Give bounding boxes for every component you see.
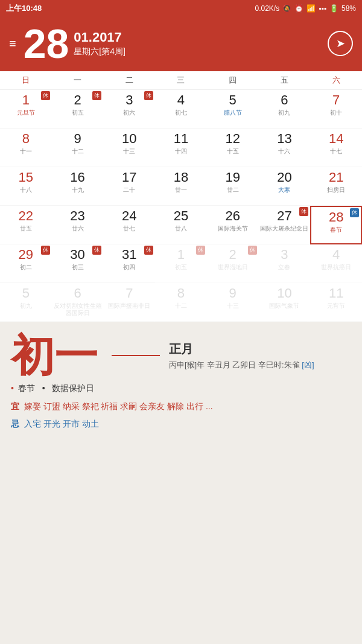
day-number: 11 — [311, 285, 361, 301]
holiday-badge: 休 — [248, 246, 257, 255]
day-cell[interactable]: 13十六 — [259, 129, 311, 167]
day-cell[interactable]: 12十五 — [207, 129, 259, 167]
lunar-label: 反对切割女性生殖器国际日 — [53, 302, 103, 317]
day-number: 20 — [260, 170, 310, 185]
lunar-label: 初十 — [311, 109, 361, 116]
holiday-badge: 休 — [144, 246, 153, 255]
day-cell[interactable]: 11十四 — [155, 129, 207, 167]
day-cell[interactable]: 休28春节 — [310, 206, 362, 244]
day-cell[interactable]: 11元宵节 — [310, 283, 362, 322]
lunar-label: 十八 — [1, 187, 51, 194]
lunar-label: 初二 — [1, 264, 51, 271]
lunar-label: 国际气象节 — [260, 302, 310, 310]
lunar-label: 十二 — [156, 302, 206, 310]
day-number: 25 — [156, 208, 206, 224]
xiong-link[interactable]: [凶] — [302, 360, 314, 369]
lunar-label: 十五 — [208, 148, 258, 155]
day-cell[interactable]: 4世界抗癌日 — [310, 244, 362, 283]
battery-percent: 58% — [341, 4, 356, 13]
lunar-label: 大寒 — [260, 187, 310, 194]
day-cell[interactable]: 4初七 — [155, 90, 207, 129]
day-cell[interactable]: 25廿八 — [155, 206, 207, 244]
day-cell[interactable]: 14十七 — [310, 129, 362, 167]
weekday-thu: 四 — [207, 71, 259, 89]
menu-icon[interactable]: ≡ — [9, 37, 16, 51]
lunar-label: 元旦节 — [1, 109, 51, 116]
day-cell[interactable]: 23廿六 — [52, 206, 104, 244]
header-day: 28 — [24, 23, 69, 64]
day-cell[interactable]: 7国际声援南非日 — [103, 283, 155, 322]
day-cell[interactable]: 21扫房日 — [310, 167, 362, 206]
day-cell[interactable]: 16十九 — [52, 167, 104, 206]
lunar-label: 十三 — [208, 302, 258, 310]
day-number: 9 — [53, 131, 103, 147]
day-number: 18 — [156, 170, 206, 185]
today-icon: ➤ — [336, 37, 345, 50]
day-number: 3 — [260, 247, 310, 263]
day-number: 24 — [104, 208, 154, 224]
day-cell[interactable]: 休2世界湿地日 — [207, 244, 259, 283]
day-cell[interactable]: 10十三 — [103, 129, 155, 167]
day-cell[interactable]: 6反对切割女性生殖器国际日 — [52, 283, 104, 322]
today-button[interactable]: ➤ — [328, 31, 353, 56]
day-cell[interactable]: 5腊八节 — [207, 90, 259, 129]
divider-line — [112, 355, 160, 356]
day-cell[interactable]: 休1初五 — [155, 244, 207, 283]
day-cell[interactable]: 休3初六 — [103, 90, 155, 129]
detail-header: 初一 正月 丙申[猴]年 辛丑月 乙卯日 辛巳时:朱雀 [凶] — [11, 334, 351, 377]
day-cell[interactable]: 22廿五 — [0, 206, 52, 244]
day-cell[interactable]: 休30初三 — [52, 244, 104, 283]
day-cell[interactable]: 8十二 — [155, 283, 207, 322]
day-cell[interactable]: 休2初五 — [52, 90, 104, 129]
lunar-label: 二十 — [104, 187, 154, 194]
day-number: 10 — [260, 285, 310, 301]
day-cell[interactable]: 7初十 — [310, 90, 362, 129]
day-cell[interactable]: 9十二 — [52, 129, 104, 167]
lunar-label: 十九 — [53, 187, 103, 194]
day-cell[interactable]: 休1元旦节 — [0, 90, 52, 129]
detail-section: 初一 正月 丙申[猴]年 辛丑月 乙卯日 辛巳时:朱雀 [凶] • 春节 • 数… — [0, 322, 362, 442]
day-cell[interactable]: 19廿二 — [207, 167, 259, 206]
lunar-label: 十一 — [1, 148, 51, 155]
day-cell[interactable]: 17二十 — [103, 167, 155, 206]
day-cell[interactable]: 9十三 — [207, 283, 259, 322]
date-display: 28 01.2017 星期六[第4周] — [24, 23, 320, 64]
network-speed: 0.02K/s — [255, 4, 280, 13]
calendar-header: ≡ 28 01.2017 星期六[第4周] ➤ — [0, 17, 362, 71]
festival-spring: 春节 — [18, 383, 35, 393]
lunar-label: 十六 — [260, 148, 310, 155]
weekday-mon: 一 — [52, 71, 104, 89]
day-cell[interactable]: 休29初二 — [0, 244, 52, 283]
day-number: 6 — [53, 285, 103, 301]
holiday-badge: 休 — [350, 208, 359, 217]
day-number: 7 — [311, 92, 361, 108]
lunar-label: 初三 — [53, 264, 103, 271]
day-cell[interactable]: 5初九 — [0, 283, 52, 322]
ji-label: 忌 — [11, 419, 19, 429]
lunar-month-label: 正月 — [169, 341, 314, 357]
lunar-label: 春节 — [313, 226, 360, 234]
lunar-label: 十三 — [104, 148, 154, 155]
lunar-label: 初九 — [260, 109, 310, 116]
lunar-label: 初七 — [156, 109, 206, 116]
lunar-label: 十七 — [311, 148, 361, 155]
ganzhi-text: 丙申[猴]年 辛丑月 乙卯日 辛巳时:朱雀 [凶] — [169, 360, 314, 371]
day-cell[interactable]: 休27国际大屠杀纪念日 — [259, 206, 311, 244]
day-cell[interactable]: 26国际海关节 — [207, 206, 259, 244]
wifi-icon: 📶 — [306, 4, 316, 13]
day-number: 9 — [208, 285, 258, 301]
day-cell[interactable]: 10国际气象节 — [259, 283, 311, 322]
day-cell[interactable]: 休31初四 — [103, 244, 155, 283]
day-cell[interactable]: 8十一 — [0, 129, 52, 167]
day-cell[interactable]: 18廿一 — [155, 167, 207, 206]
day-number: 21 — [311, 170, 361, 185]
day-cell[interactable]: 24廿七 — [103, 206, 155, 244]
day-cell[interactable]: 3立春 — [259, 244, 311, 283]
day-cell[interactable]: 6初九 — [259, 90, 311, 129]
lunar-label: 元宵节 — [311, 302, 361, 310]
holiday-badge: 休 — [92, 91, 101, 100]
ganzhi-content: 丙申[猴]年 辛丑月 乙卯日 辛巳时:朱雀 — [169, 360, 300, 369]
day-cell[interactable]: 20大寒 — [259, 167, 311, 206]
holiday-badge: 休 — [299, 207, 308, 216]
day-cell[interactable]: 15十八 — [0, 167, 52, 206]
